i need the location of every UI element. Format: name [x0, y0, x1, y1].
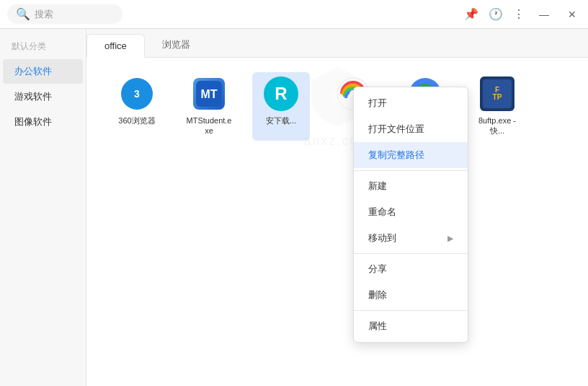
close-button[interactable]: ✕ [564, 7, 581, 22]
context-menu-copy-path[interactable]: 复制完整路径 [354, 142, 468, 168]
svg-text:MT: MT [200, 88, 217, 100]
context-menu-properties[interactable]: 属性 [354, 313, 468, 339]
svg-text:R: R [275, 84, 287, 103]
file-name-anxz: 安下载... [266, 115, 296, 126]
sidebar-default-label: 默认分类 [0, 35, 86, 58]
sidebar-item-office-software[interactable]: 办公软件 [3, 59, 83, 84]
file-name-360browser: 360浏览器 [118, 115, 155, 126]
file-item-mtstudent[interactable]: MT MTStudent.exe [180, 72, 238, 141]
file-icon-mtstudent: MT [192, 76, 226, 111]
pin-icon[interactable]: 📌 [464, 7, 478, 21]
more-icon[interactable]: ⋮ [513, 7, 525, 21]
search-icon: 🔍 [16, 7, 30, 21]
context-menu-divider-3 [354, 310, 468, 311]
sidebar-item-image-software[interactable]: 图像软件 [3, 110, 83, 134]
context-menu-move-to-label: 移动到 [368, 232, 396, 245]
file-grid: 安 anxz.com 3 360浏览器 [86, 58, 588, 155]
context-menu-open-location[interactable]: 打开文件位置 [354, 116, 468, 142]
titlebar-actions: 📌 🕐 ⋮ — ✕ [464, 7, 581, 22]
context-menu-delete[interactable]: 删除 [354, 282, 468, 308]
context-menu-open[interactable]: 打开 [354, 90, 468, 116]
context-menu-divider-2 [354, 253, 468, 254]
search-placeholder: 搜索 [35, 8, 53, 21]
context-menu-move-to[interactable]: 移动到 ▶ [354, 225, 468, 251]
tab-office[interactable]: office [86, 34, 145, 58]
tabbar: office 浏览器 [86, 29, 588, 58]
file-icon-ftp: F TP [480, 76, 514, 111]
file-item-ftp[interactable]: F TP 8uftp.exe - 快... [468, 72, 526, 141]
file-icon-anxz: R [264, 76, 298, 111]
context-menu-share[interactable]: 分享 [354, 256, 468, 282]
history-icon[interactable]: 🕐 [489, 7, 503, 21]
file-name-mtstudent: MTStudent.exe [184, 115, 233, 136]
sidebar: 默认分类 办公软件 游戏软件 图像软件 [0, 29, 86, 386]
context-menu-new[interactable]: 新建 [354, 173, 468, 199]
main-layout: 默认分类 办公软件 游戏软件 图像软件 office 浏览器 安 anxz.co… [0, 29, 588, 386]
search-bar[interactable]: 🔍 搜索 [7, 4, 122, 24]
tab-browser[interactable]: 浏览器 [145, 32, 208, 57]
file-item-360browser[interactable]: 3 360浏览器 [108, 72, 166, 141]
submenu-arrow-icon: ▶ [447, 234, 453, 243]
svg-text:TP: TP [493, 93, 502, 101]
sidebar-item-game-software[interactable]: 游戏软件 [3, 84, 83, 109]
file-item-anxz[interactable]: R 安下载... [252, 72, 310, 141]
content-area: office 浏览器 安 anxz.com [86, 29, 588, 386]
svg-text:3: 3 [134, 88, 140, 100]
context-menu: 打开 打开文件位置 复制完整路径 新建 重命名 移动到 ▶ 分享 删除 属性 [353, 87, 468, 343]
minimize-button[interactable]: — [535, 7, 553, 22]
file-icon-360browser: 3 [120, 76, 154, 111]
titlebar: 🔍 搜索 📌 🕐 ⋮ — ✕ [0, 0, 588, 29]
context-menu-divider-1 [354, 170, 468, 171]
file-name-ftp: 8uftp.exe - 快... [473, 115, 522, 136]
context-menu-rename[interactable]: 重命名 [354, 199, 468, 225]
